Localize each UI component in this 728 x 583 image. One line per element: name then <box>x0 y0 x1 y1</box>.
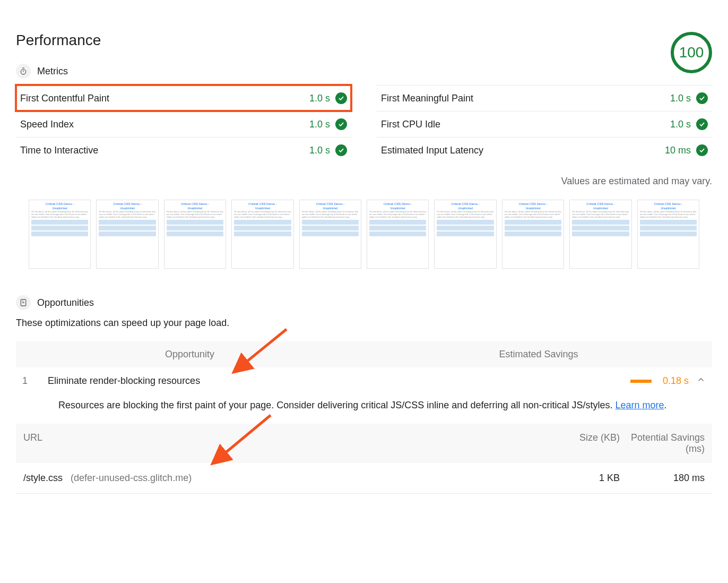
metric-name: Speed Index <box>20 119 74 130</box>
metric-value: 1.0 s <box>309 145 330 156</box>
url-host <box>65 473 71 483</box>
url-row: /style.css (defer-unused-css.glitch.me) … <box>16 463 712 494</box>
metrics-label: Metrics <box>37 66 68 77</box>
score-gauge: 100 <box>671 32 712 73</box>
metric-value: 1.0 s <box>309 119 330 130</box>
check-icon <box>335 144 347 156</box>
metric-row[interactable]: First Contentful Paint1.0 s <box>16 85 351 111</box>
metric-value: 1.0 s <box>670 119 691 130</box>
opportunity-detail: Resources are blocking the first paint o… <box>16 395 712 424</box>
metric-row[interactable]: First CPU Idle1.0 s <box>377 111 712 137</box>
metric-name: First Contentful Paint <box>20 93 109 104</box>
filmstrip-thumbnail: Critical CSS Demo -UnoptimizedOn this de… <box>637 200 699 269</box>
col-opportunity: Opportunity <box>22 349 223 360</box>
metric-row[interactable]: Speed Index1.0 s <box>16 111 351 137</box>
metric-row[interactable]: Estimated Input Latency10 ms <box>377 137 712 163</box>
savings-value: 0.18 s <box>659 375 689 387</box>
filmstrip-thumbnail: Critical CSS Demo -UnoptimizedOn this de… <box>96 200 158 269</box>
check-icon <box>696 118 708 130</box>
metric-value: 1.0 s <box>670 93 691 104</box>
col-url: URL <box>23 432 556 455</box>
opportunity-detail-text: Resources are blocking the first paint o… <box>58 400 616 410</box>
url-potential: 180 ms <box>620 473 705 484</box>
metric-row[interactable]: Time to Interactive1.0 s <box>16 137 351 163</box>
metric-name: Time to Interactive <box>20 145 98 156</box>
opportunities-label: Opportunities <box>37 297 94 308</box>
chevron-up-icon[interactable] <box>696 375 706 387</box>
url-table-header: URL Size (KB) Potential Savings (ms) <box>16 424 712 463</box>
opportunities-table-header: Opportunity Estimated Savings <box>16 341 712 367</box>
check-icon <box>696 144 708 156</box>
page-title: Performance <box>16 32 671 49</box>
metrics-grid: First Contentful Paint1.0 sSpeed Index1.… <box>16 85 712 163</box>
filmstrip-thumbnail: Critical CSS Demo -UnoptimizedOn this de… <box>502 200 564 269</box>
opportunity-row[interactable]: 1 Eliminate render-blocking resources 0.… <box>16 367 712 395</box>
opportunities-icon <box>16 295 31 310</box>
opportunity-number: 1 <box>22 375 48 387</box>
filmstrip-thumbnail: Critical CSS Demo -UnoptimizedOn this de… <box>434 200 496 269</box>
filmstrip-thumbnail: Critical CSS Demo -UnoptimizedOn this de… <box>569 200 631 269</box>
savings-bar <box>630 380 652 383</box>
check-icon <box>696 92 708 104</box>
filmstrip-thumbnail: Critical CSS Demo -UnoptimizedOn this de… <box>29 200 91 269</box>
metric-value: 1.0 s <box>309 93 330 104</box>
metric-name: First CPU Idle <box>381 119 440 130</box>
stopwatch-icon <box>16 64 31 79</box>
metric-row[interactable]: First Meaningful Paint1.0 s <box>377 85 712 111</box>
metric-name: First Meaningful Paint <box>381 93 473 104</box>
filmstrip-thumbnail: Critical CSS Demo -UnoptimizedOn this de… <box>299 200 361 269</box>
svg-point-0 <box>21 70 25 74</box>
score-value: 100 <box>679 44 704 61</box>
url-path[interactable]: /style.css <box>23 473 63 483</box>
check-icon <box>335 118 347 130</box>
col-savings: Estimated Savings <box>223 349 706 360</box>
metric-name: Estimated Input Latency <box>381 145 483 156</box>
opportunities-description: These optimizations can speed up your pa… <box>16 318 712 329</box>
filmstrip-thumbnail: Critical CSS Demo -UnoptimizedOn this de… <box>164 200 226 269</box>
filmstrip: Critical CSS Demo -UnoptimizedOn this de… <box>16 200 712 269</box>
filmstrip-thumbnail: Critical CSS Demo -UnoptimizedOn this de… <box>367 200 429 269</box>
filmstrip-thumbnail: Critical CSS Demo -UnoptimizedOn this de… <box>231 200 293 269</box>
opportunities-section-header: Opportunities <box>16 295 712 310</box>
metrics-section-header: Metrics <box>16 64 671 79</box>
col-size: Size (KB) <box>556 432 620 455</box>
url-size: 1 KB <box>556 473 620 484</box>
metrics-note: Values are estimated and may vary. <box>16 176 712 187</box>
metric-value: 10 ms <box>665 145 691 156</box>
opportunity-title: Eliminate render-blocking resources <box>48 375 594 387</box>
col-potential: Potential Savings (ms) <box>620 432 705 455</box>
check-icon <box>335 92 347 104</box>
learn-more-link[interactable]: Learn more <box>616 400 664 410</box>
